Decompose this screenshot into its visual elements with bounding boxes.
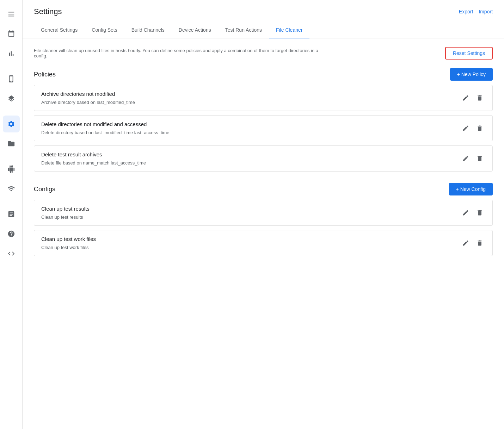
sidebar-item-calendar[interactable] (3, 25, 20, 42)
edit-icon (462, 125, 469, 132)
svg-rect-1 (8, 14, 14, 14)
sidebar-item-device[interactable] (3, 70, 20, 87)
edit-icon (462, 155, 469, 162)
sidebar-item-settings[interactable] (3, 116, 20, 132)
new-policy-button[interactable]: + New Policy (450, 68, 493, 81)
config-card-1-subtitle: Clean up test results (41, 214, 460, 220)
page-header: Settings Export Import (23, 0, 504, 22)
edit-icon (462, 240, 469, 247)
import-link[interactable]: Import (479, 9, 493, 14)
config-card-2: Clean up test work files Clean up test w… (34, 230, 493, 256)
config-card-2-content: Clean up test work files Clean up test w… (41, 236, 460, 250)
page-title: Settings (34, 7, 62, 16)
sidebar-item-list[interactable] (3, 6, 20, 23)
info-text: File cleaner will clean up unused files … (34, 48, 323, 58)
svg-rect-0 (8, 12, 14, 13)
edit-icon (462, 209, 469, 216)
policy-card-1-delete-button[interactable] (474, 92, 485, 104)
policy-card-2: Delete directories not modified and acce… (34, 115, 493, 141)
tab-test-run-actions[interactable]: Test Run Actions (218, 22, 269, 38)
sidebar-item-layers[interactable] (3, 90, 20, 107)
policy-card-2-delete-button[interactable] (474, 123, 485, 134)
reset-settings-button[interactable]: Reset Settings (445, 47, 493, 60)
policy-card-1-content: Archive directories not modified Archive… (41, 91, 460, 105)
sidebar (0, 0, 23, 429)
configs-section-title: Configs (34, 186, 55, 193)
delete-icon (476, 155, 483, 162)
new-config-button[interactable]: + New Config (449, 183, 493, 195)
policy-card-3-subtitle: Delete file based on name_match last_acc… (41, 160, 460, 166)
configs-section-header: Configs + New Config (34, 183, 493, 195)
policy-card-3-title: Delete test result archives (41, 151, 460, 157)
delete-icon (476, 209, 483, 216)
policy-card-1-actions (460, 92, 485, 104)
sidebar-item-help[interactable] (3, 225, 20, 242)
header-actions: Export Import (459, 9, 493, 14)
sidebar-item-notes[interactable] (3, 206, 20, 223)
policy-card-3-actions (460, 153, 485, 164)
policy-card-3-content: Delete test result archives Delete file … (41, 151, 460, 166)
config-card-1-edit-button[interactable] (460, 207, 471, 218)
config-card-1-actions (460, 207, 485, 218)
tab-config-sets[interactable]: Config Sets (85, 22, 124, 38)
export-link[interactable]: Export (459, 9, 473, 14)
sidebar-item-barchart[interactable] (3, 45, 20, 62)
config-card-2-actions (460, 237, 485, 249)
config-card-1: Clean up test results Clean up test resu… (34, 200, 493, 226)
info-bar: File cleaner will clean up unused files … (34, 47, 493, 60)
config-card-1-delete-button[interactable] (474, 207, 485, 218)
delete-icon (476, 125, 483, 132)
main-content: Settings Export Import General Settings … (23, 0, 504, 429)
policy-card-3-delete-button[interactable] (474, 153, 485, 164)
config-card-1-title: Clean up test results (41, 206, 460, 212)
tab-general-settings[interactable]: General Settings (34, 22, 85, 38)
policy-card-2-content: Delete directories not modified and acce… (41, 121, 460, 135)
tab-bar: General Settings Config Sets Build Chann… (23, 22, 504, 38)
config-card-1-content: Clean up test results Clean up test resu… (41, 206, 460, 220)
config-card-2-title: Clean up test work files (41, 236, 460, 242)
edit-icon (462, 94, 469, 101)
delete-icon (476, 240, 483, 247)
policy-card-2-edit-button[interactable] (460, 123, 471, 134)
policy-card-1-edit-button[interactable] (460, 92, 471, 104)
policy-card-2-title: Delete directories not modified and acce… (41, 121, 460, 127)
sidebar-item-folder[interactable] (3, 135, 20, 152)
policy-card-3-edit-button[interactable] (460, 153, 471, 164)
policy-card-1-subtitle: Archive directory based on last_modified… (41, 100, 460, 105)
policy-card-1: Archive directories not modified Archive… (34, 85, 493, 111)
policies-section-title: Policies (34, 71, 56, 78)
content-area: File cleaner will clean up unused files … (23, 38, 504, 429)
tab-file-cleaner[interactable]: File Cleaner (269, 22, 309, 38)
config-card-2-delete-button[interactable] (474, 237, 485, 249)
policy-card-1-title: Archive directories not modified (41, 91, 460, 97)
config-card-2-edit-button[interactable] (460, 237, 471, 249)
tab-build-channels[interactable]: Build Channels (124, 22, 172, 38)
sidebar-item-code[interactable] (3, 245, 20, 262)
tab-device-actions[interactable]: Device Actions (172, 22, 218, 38)
policy-card-2-subtitle: Delete directory based on last_modified_… (41, 130, 460, 135)
svg-rect-2 (8, 16, 14, 17)
config-card-2-subtitle: Clean up test work files (41, 245, 460, 250)
policy-card-3: Delete test result archives Delete file … (34, 145, 493, 172)
policy-card-2-actions (460, 123, 485, 134)
policies-section-header: Policies + New Policy (34, 68, 493, 81)
sidebar-item-android[interactable] (3, 161, 20, 178)
sidebar-item-monitor[interactable] (3, 180, 20, 197)
delete-icon (476, 94, 483, 101)
